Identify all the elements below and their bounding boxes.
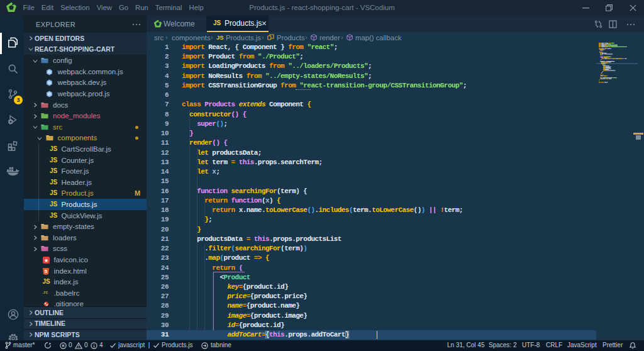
svg-text:★: ★ xyxy=(43,257,48,263)
svg-text:5: 5 xyxy=(45,269,47,274)
